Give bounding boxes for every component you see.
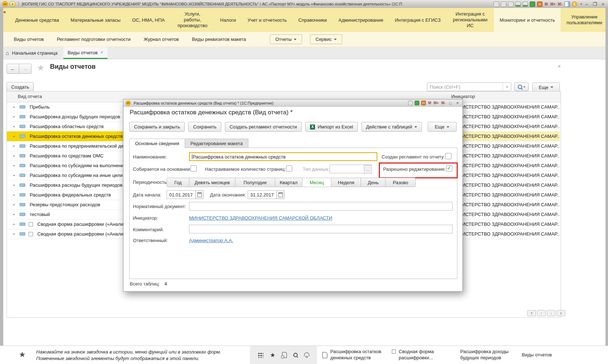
global-search-icon[interactable] — [293, 353, 298, 357]
periodicity-option-4[interactable]: Месяц — [302, 178, 331, 187]
periodicity-option-1[interactable]: Девять месяцев — [189, 178, 235, 187]
dialog-titlebar[interactable]: 1С Расшифровка остатков денежных средств… — [123, 100, 462, 107]
info-icon[interactable]: i — [572, 1, 577, 7]
periodicity-option-5[interactable]: Неделя — [331, 178, 361, 187]
regulation-created-checkbox[interactable] — [445, 153, 452, 159]
dialog-calculator-icon[interactable] — [415, 101, 419, 105]
name-input[interactable]: Расшифровка остатков денежных средств — [189, 152, 377, 161]
dialog-calendar-icon[interactable]: 31 — [421, 101, 426, 105]
date-end-calendar-icon[interactable] — [277, 190, 285, 199]
scroll-up-button[interactable]: ↑ — [537, 310, 546, 316]
taskbar-item-3[interactable]: Виды отчетов — [522, 352, 552, 358]
ribbon-item-5[interactable]: Учет и отчетность — [242, 8, 292, 32]
search-input[interactable]: Поиск (Ctrl+F) × — [427, 82, 511, 91]
submenu-button-1[interactable]: Сервис — [310, 34, 342, 44]
search-clear-icon[interactable]: × — [503, 83, 511, 91]
memory-recall-button[interactable]: M — [545, 2, 548, 6]
print-icon[interactable] — [501, 1, 506, 7]
calendar-icon[interactable]: 31 — [537, 1, 542, 7]
ribbon-item-6[interactable]: Справочники — [293, 8, 333, 32]
responsible-link[interactable]: Администратор А.А. — [189, 238, 233, 243]
scroll-down-button[interactable]: ↓ — [547, 310, 555, 316]
normative-doc-input[interactable] — [189, 202, 453, 211]
notifications-bell-icon[interactable] — [304, 352, 309, 356]
tab-close-icon[interactable]: × — [101, 50, 103, 55]
ribbon-item-2[interactable]: ОС, НМА, НПА — [126, 8, 171, 32]
info-dropdown-caret[interactable] — [580, 4, 582, 5]
expand-arrow-icon[interactable]: ▸ — [13, 174, 17, 177]
restore-button[interactable]: ❐ — [591, 1, 599, 7]
dialog-close-icon[interactable]: × — [455, 101, 460, 106]
ribbon-item-4[interactable]: Налоги — [214, 8, 242, 32]
periodicity-option-6[interactable]: День — [361, 178, 386, 187]
scroll-top-button[interactable]: ⇑ — [527, 310, 536, 316]
table-action-button[interactable]: Действие с таблицей — [361, 122, 422, 132]
history-icon[interactable] — [282, 352, 287, 358]
ribbon-item-11[interactable]: Управление пользователями — [561, 8, 608, 32]
favorites-icon[interactable]: ★ — [270, 351, 275, 359]
periodicity-option-2[interactable]: Полугодие — [235, 178, 275, 187]
save-button[interactable]: Сохранить — [188, 122, 221, 132]
calculator-icon[interactable] — [530, 1, 535, 7]
submenu-link-2[interactable]: Журнал отчетов — [143, 37, 179, 42]
tab-layout-editing[interactable]: Редактирование макета — [185, 139, 248, 148]
close-button[interactable]: × — [600, 1, 606, 7]
minimize-button[interactable]: – — [584, 1, 590, 7]
dialog-maximize-icon[interactable]: □ — [448, 101, 453, 105]
edit-allowed-checkbox[interactable] — [446, 165, 452, 172]
tab-main-info[interactable]: Основные сведения — [129, 139, 185, 148]
data-type-select-button[interactable]: ... — [364, 165, 372, 174]
taskbar-item-0[interactable]: Расшифровка остатков денежных средств — [322, 349, 385, 361]
expand-arrow-icon[interactable]: ▸ — [13, 183, 17, 187]
expand-arrow-icon[interactable]: ▸ — [13, 223, 17, 226]
date-start-calendar-icon[interactable] — [196, 190, 204, 199]
dialog-memory-minus[interactable]: M- — [441, 101, 446, 105]
expand-arrow-icon[interactable]: ▸ — [13, 144, 17, 148]
dialog-more-button[interactable]: Еще — [428, 122, 457, 132]
more-button[interactable]: Еще — [532, 82, 560, 92]
dialog-memory-recall[interactable]: M — [428, 101, 431, 105]
periodicity-option-0[interactable]: Год — [167, 178, 189, 187]
favorite-star-icon[interactable]: ★ — [37, 63, 45, 73]
date-start-input[interactable]: 01.01.2017 — [167, 190, 196, 199]
expand-arrow-icon[interactable]: ▸ — [13, 125, 17, 128]
dialog-memory-plus[interactable]: M+ — [433, 101, 439, 105]
ribbon-collapse-icon[interactable]: ◀ — [3, 10, 5, 14]
save-and-close-button[interactable]: Сохранить и закрыть — [129, 122, 185, 132]
import-data-icon[interactable] — [515, 1, 521, 7]
ribbon-item-3[interactable]: Услуги, работы, производство — [171, 8, 214, 32]
save-icon[interactable] — [494, 1, 499, 7]
initiator-link[interactable]: МИНИСТЕРСТВО ЗДРАВООХРАНЕНИЯ САМАРСКОЙ О… — [189, 215, 332, 221]
tab-report-types[interactable]: Виды отчетов × — [63, 47, 108, 59]
expand-arrow-icon[interactable]: ▸ — [13, 164, 17, 167]
memory-plus-button[interactable]: M+ — [550, 2, 555, 6]
submenu-link-0[interactable]: Виды отчетов — [14, 37, 44, 42]
ribbon-item-7[interactable]: Администрирование — [333, 8, 389, 32]
collected-checkbox[interactable] — [190, 165, 197, 172]
split-view-icon[interactable] — [565, 1, 570, 7]
expand-arrow-icon[interactable]: ▸ — [13, 154, 17, 157]
expand-arrow-icon[interactable]: ▸ — [13, 193, 17, 196]
expand-arrow-icon[interactable]: ▸ — [13, 203, 17, 206]
ribbon-item-1[interactable]: Материальные запасы — [65, 8, 126, 32]
functions-menu-icon[interactable] — [257, 352, 263, 358]
taskbar-item-1[interactable]: Сводная форма расшифровки... — [392, 349, 453, 361]
periodicity-option-7[interactable]: Разово — [386, 178, 416, 187]
submenu-link-3[interactable]: Виды реквизитов макета — [192, 37, 246, 42]
taskbar-item-2[interactable]: Расшифровка доходы будущих периодов — [460, 349, 515, 361]
ribbon-item-8[interactable]: Интеграция с ЕГИСЗ — [389, 8, 446, 32]
submenu-button-0[interactable]: Отчеты — [270, 34, 302, 44]
expand-arrow-icon[interactable]: ▸ — [13, 232, 17, 236]
forward-button[interactable]: → — [19, 64, 32, 74]
main-menu-dropdown-icon[interactable]: ▾ — [9, 1, 16, 7]
memory-minus-button[interactable]: M- — [558, 2, 562, 6]
create-button[interactable]: Создать — [7, 82, 34, 92]
scroll-bottom-button[interactable]: ⇓ — [557, 310, 565, 316]
date-end-input[interactable]: 31.12.2017 — [248, 190, 277, 199]
back-button[interactable]: ← — [7, 64, 19, 74]
print-preview-icon[interactable] — [508, 1, 513, 7]
ribbon-item-10[interactable]: Мониторинг и отчетность — [494, 8, 561, 32]
expand-arrow-icon[interactable]: ▸ — [13, 135, 17, 138]
import-excel-button[interactable]: X Импорт из Excel — [305, 122, 358, 132]
submenu-link-1[interactable]: Регламент подготовки отчетности — [57, 37, 131, 42]
